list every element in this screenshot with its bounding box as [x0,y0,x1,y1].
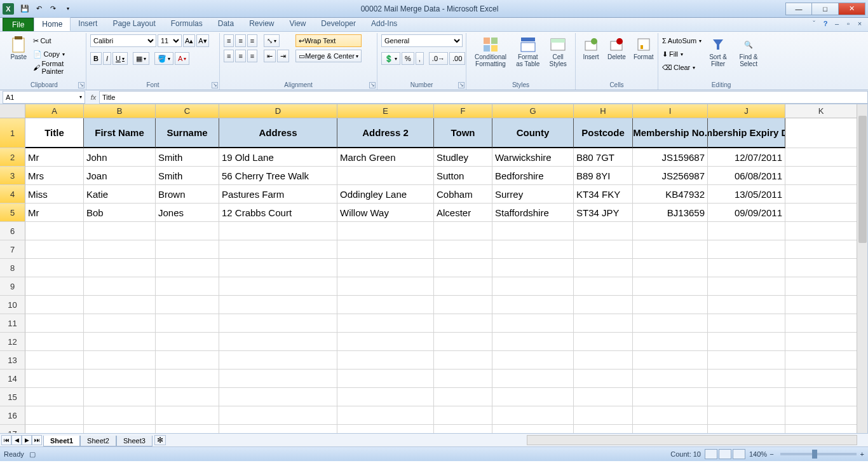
italic-button[interactable]: I [103,52,111,65]
empty-cell[interactable] [633,406,708,425]
empty-cell[interactable] [785,406,857,425]
autosum-button[interactable]: ΣAutoSum▾ [662,34,702,47]
wrap-text-button[interactable]: ↩Wrap Text [295,34,362,47]
redo-icon[interactable]: ↷ [47,3,58,15]
header-cell[interactable]: First Name [84,118,156,148]
empty-cell[interactable] [434,277,492,296]
data-cell[interactable] [785,204,857,222]
insert-cells-button[interactable]: Insert [580,34,602,62]
empty-cell[interactable] [219,370,337,388]
empty-cell[interactable] [25,351,84,370]
empty-cell[interactable] [84,406,156,425]
data-cell[interactable]: 09/09/2011 [708,204,785,222]
data-cell[interactable]: Joan [84,167,156,185]
align-middle-button[interactable]: ≡ [235,34,245,47]
empty-cell[interactable] [434,333,492,351]
bold-button[interactable]: B [90,52,102,65]
data-cell[interactable] [785,167,857,185]
empty-cell[interactable] [708,425,785,433]
select-all-button[interactable] [0,104,25,118]
column-header-H[interactable]: H [574,104,633,118]
empty-cell[interactable] [633,259,708,277]
empty-cell[interactable] [25,370,84,388]
data-cell[interactable]: ST34 JPY [574,204,633,222]
empty-cell[interactable] [785,240,857,259]
empty-cell[interactable] [785,370,857,388]
empty-cell[interactable] [434,388,492,406]
undo-icon[interactable]: ↶ [33,3,44,15]
row-header-9[interactable]: 9 [0,277,25,296]
data-cell[interactable]: March Green [337,148,434,167]
empty-cell[interactable] [708,277,785,296]
empty-cell[interactable] [785,425,857,433]
row-headers[interactable]: 1234567891011121314151617 [0,118,25,433]
cut-button[interactable]: ✂Cut [33,34,82,47]
empty-cell[interactable] [434,370,492,388]
empty-cell[interactable] [574,277,633,296]
formula-input[interactable]: Title [99,91,868,104]
empty-cell[interactable] [633,388,708,406]
empty-cell[interactable] [574,425,633,433]
data-cell[interactable]: Mr [25,148,84,167]
empty-cell[interactable] [633,296,708,314]
empty-cell[interactable] [156,222,219,240]
row-header-12[interactable]: 12 [0,333,25,351]
minimize-button[interactable]: — [785,3,812,15]
empty-cell[interactable] [219,333,337,351]
empty-cell[interactable] [219,351,337,370]
row-header-2[interactable]: 2 [0,148,25,167]
row-header-14[interactable]: 14 [0,370,25,388]
font-name-select[interactable]: Calibri [90,34,156,47]
number-format-select[interactable]: General [381,34,463,47]
alignment-dialog-launcher[interactable]: ↘ [369,82,376,88]
orientation-button[interactable]: ⤡▾ [264,34,280,47]
empty-cell[interactable] [708,406,785,425]
empty-cell[interactable] [492,222,574,240]
data-cell[interactable]: John [84,148,156,167]
worksheet-grid[interactable]: ABCDEFGHIJK 1234567891011121314151617 Ti… [0,104,868,433]
tab-review[interactable]: Review [241,17,281,31]
maximize-button[interactable]: □ [812,3,839,15]
empty-cell[interactable] [492,388,574,406]
zoom-in-button[interactable]: + [860,450,864,458]
comma-format-button[interactable]: , [416,52,424,65]
data-cell[interactable]: 12 Crabbs Court [219,204,337,222]
delete-cells-button[interactable]: Delete [605,34,628,62]
zoom-level[interactable]: 140% [749,450,767,458]
empty-cell[interactable] [25,388,84,406]
horizontal-scrollbar[interactable] [527,435,857,445]
sheet-tab-sheet3[interactable]: Sheet3 [116,436,153,446]
page-break-view-button[interactable] [733,449,745,459]
empty-cell[interactable] [708,388,785,406]
align-top-button[interactable]: ≡ [224,34,234,47]
data-cell[interactable]: 06/08/2011 [708,167,785,185]
data-cell[interactable]: Studley [434,148,492,167]
row-header-4[interactable]: 4 [0,185,25,204]
data-cell[interactable] [785,148,857,167]
empty-cell[interactable] [574,406,633,425]
empty-cell[interactable] [25,296,84,314]
empty-cell[interactable] [785,351,857,370]
empty-cell[interactable] [708,333,785,351]
file-tab[interactable]: File [3,18,34,31]
help-icon[interactable]: ? [821,19,830,28]
empty-cell[interactable] [785,388,857,406]
empty-cell[interactable] [337,296,434,314]
data-cell[interactable]: JS159687 [633,148,708,167]
empty-cell[interactable] [633,240,708,259]
data-cell[interactable]: Sutton [434,167,492,185]
empty-cell[interactable] [84,222,156,240]
empty-cell[interactable] [156,370,219,388]
header-cell[interactable]: Address [219,118,337,148]
tab-view[interactable]: View [282,17,314,31]
data-cell[interactable]: Brown [156,185,219,204]
header-cell[interactable]: Title [25,118,84,148]
empty-cell[interactable] [708,222,785,240]
conditional-formatting-button[interactable]: Conditional Formatting [470,34,511,69]
increase-indent-button[interactable]: ⇥ [277,50,289,62]
font-dialog-launcher[interactable]: ↘ [212,82,218,88]
header-cell[interactable] [785,118,857,148]
data-cell[interactable]: Bedforshire [492,167,574,185]
align-right-button[interactable]: ≡ [247,50,257,62]
empty-cell[interactable] [708,296,785,314]
